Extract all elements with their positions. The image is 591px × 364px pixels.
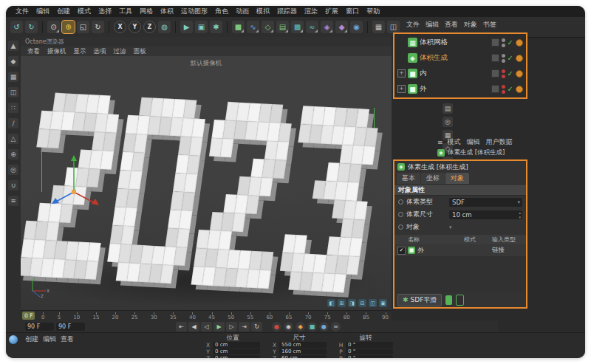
menubar-item-16[interactable]: 帮助 [363, 7, 383, 16]
display-mode-icon[interactable]: ▦ [372, 21, 385, 33]
goto-end-button[interactable]: ⇥ [239, 322, 250, 332]
model-mode-icon[interactable]: ◆ [8, 56, 18, 66]
ruler-tick[interactable]: 20 [112, 312, 119, 320]
menubar-item-9[interactable]: 角色 [211, 7, 232, 16]
extrude-icon[interactable]: ▤ [276, 21, 289, 33]
fields-icon[interactable]: ◉ [350, 21, 363, 33]
search-icon[interactable]: ◎ [443, 117, 453, 127]
simulation-icon[interactable]: ≈ [306, 21, 318, 33]
viewport-solo-icon[interactable]: ◎ [8, 165, 18, 175]
mograph-icon[interactable]: ◈ [321, 21, 333, 33]
menubar-item-3[interactable]: 模式 [74, 7, 95, 16]
spline-pen-icon[interactable]: ∿ [247, 21, 259, 33]
enabled-check-icon[interactable]: ✓ [508, 69, 513, 78]
subdivision-surface-icon[interactable]: ◇ [262, 21, 274, 33]
voxel-type-dropdown[interactable]: SDF▾ [449, 198, 522, 207]
ruler-tick[interactable]: 90 [382, 312, 389, 320]
key-params-icon[interactable]: ≡ [331, 322, 341, 332]
prev-frame-button[interactable]: ◁ [201, 322, 212, 332]
menubar-item-4[interactable]: 选择 [95, 7, 115, 16]
visibility-dot[interactable] [502, 90, 505, 94]
table-row[interactable]: ✓■外链接 [394, 244, 526, 256]
object-label[interactable]: 体积生成 [420, 53, 489, 63]
object-label[interactable]: 体积网格 [420, 38, 489, 47]
attr-menu-item-2[interactable]: 用户数据 [483, 137, 516, 147]
om-menu-item-3[interactable]: 对象 [461, 20, 480, 30]
row-checkbox[interactable]: ✓ [397, 247, 406, 255]
viewport-menu-item-4[interactable]: 过滤 [110, 47, 130, 56]
undo-icon[interactable]: ↺ [10, 21, 23, 33]
view-top-icon[interactable]: ⊟ [358, 299, 366, 307]
loop-button[interactable]: ↻ [251, 322, 262, 332]
tab-0[interactable]: 基本 [397, 173, 420, 184]
expand-toggle[interactable]: + [397, 69, 406, 78]
attr-menu-item-0[interactable]: 模式 [445, 137, 464, 147]
ruler-tick[interactable]: 5 [58, 312, 61, 320]
view-right-icon[interactable]: ◨ [348, 299, 356, 307]
view-quad-icon[interactable]: ⊞ [338, 299, 346, 307]
ruler-tick[interactable]: 40 [189, 312, 196, 320]
end-frame-field[interactable]: 90 F [25, 323, 54, 331]
y-axis-lock-button[interactable]: Y [129, 21, 141, 33]
coord-field[interactable]: 550 cm [279, 342, 327, 348]
enabled-check-icon[interactable]: ✓ [508, 85, 513, 93]
next-frame-button[interactable]: ▷ [226, 322, 237, 332]
ruler-tick[interactable]: 0 [41, 312, 44, 320]
layer-swatch[interactable] [491, 54, 499, 62]
texture-mode-icon[interactable]: ▦ [8, 72, 18, 82]
om-menu-item-4[interactable]: 书签 [480, 20, 499, 30]
ruler-tick[interactable]: 65 [286, 312, 293, 320]
redo-icon[interactable]: ↻ [25, 21, 38, 33]
ruler-tick[interactable]: 50 [228, 312, 234, 320]
x-axis-lock-button[interactable]: X [114, 21, 126, 33]
ruler-tick[interactable]: 35 [170, 312, 177, 320]
keyframe-bullet[interactable] [398, 199, 403, 205]
ruler-tick[interactable]: 10 [73, 312, 80, 320]
play-button[interactable]: ▶ [213, 322, 225, 332]
ruler-tick[interactable]: 85 [363, 312, 369, 320]
scale-tool-icon[interactable]: ◱ [77, 21, 89, 33]
current-frame-marker[interactable]: 0 F [22, 312, 35, 320]
visibility-dot[interactable] [502, 85, 505, 89]
axis-gizmo[interactable] [46, 151, 103, 214]
ruler-tick[interactable]: 75 [324, 312, 331, 320]
menubar-item-1[interactable]: 编辑 [33, 7, 53, 16]
battery-icon[interactable] [456, 295, 464, 306]
visibility-dot[interactable] [502, 59, 505, 63]
primitive-cube-icon[interactable]: ■ [232, 21, 245, 33]
menubar-item-10[interactable]: 动画 [232, 7, 253, 16]
render-view-icon[interactable]: ▶ [180, 21, 193, 33]
viewport-canvas[interactable]: 默认摄像机 Y X Z ◧⊞◨⊟◫▣ [21, 56, 392, 310]
z-axis-lock-button[interactable]: Z [143, 21, 156, 33]
menubar-item-2[interactable]: 创建 [53, 7, 74, 16]
enabled-check-icon[interactable]: ✓ [508, 38, 513, 47]
material-menu-item-2[interactable]: 查看 [58, 334, 76, 344]
om-menu-item-1[interactable]: 编辑 [423, 20, 442, 30]
view-split-icon[interactable]: ◫ [369, 299, 377, 307]
magnet-icon[interactable] [445, 295, 452, 305]
menubar-item-0[interactable]: 文件 [12, 7, 33, 16]
ruler-tick[interactable]: 80 [344, 312, 350, 320]
viewport-menu-item-2[interactable]: 显示 [70, 47, 90, 56]
viewport-menu-item-0[interactable]: 查看 [24, 47, 44, 56]
rotate-tool-icon[interactable]: ↻ [92, 21, 104, 33]
tab-2[interactable]: 对象 [445, 173, 469, 184]
tag-dot-icon[interactable] [516, 39, 523, 47]
voxel-size-field[interactable]: 10 cm▴▾ [449, 210, 522, 219]
visibility-dots[interactable] [502, 38, 505, 47]
coord-field[interactable]: 0 ° [346, 355, 393, 358]
material-menu-item-0[interactable]: 创建 [23, 334, 41, 344]
coord-field[interactable]: 0 cm [213, 355, 260, 358]
render-picture-viewer-icon[interactable]: ▣ [195, 21, 208, 33]
ruler-tick[interactable]: 45 [208, 312, 215, 320]
coord-field[interactable]: 60 cm [279, 355, 327, 358]
layer-swatch[interactable] [491, 69, 499, 78]
live-selection-icon[interactable]: ⊙ [47, 21, 60, 33]
object-label[interactable]: 内 [420, 69, 489, 78]
ruler-tick[interactable]: 70 [305, 312, 312, 320]
menubar-item-6[interactable]: 网格 [136, 7, 157, 16]
filter-icon[interactable]: ▤ [443, 103, 453, 114]
timeline-ruler[interactable]: 0 F 051015202530354045505560657075808590 [21, 310, 392, 321]
coord-field[interactable]: 160 cm [279, 348, 327, 354]
enabled-check-icon[interactable]: ✓ [508, 54, 513, 62]
